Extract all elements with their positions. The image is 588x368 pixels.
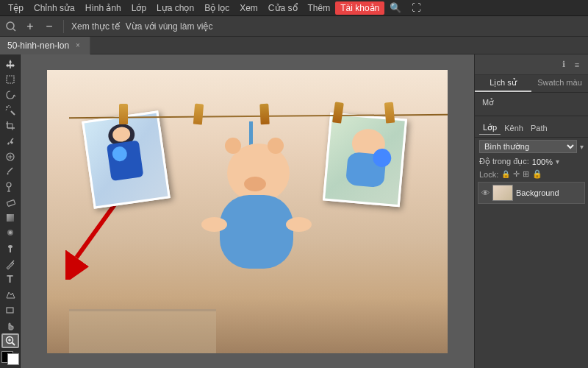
right-panel: ℹ ≡ Lịch sử Swatch màu Mở Lớp Kênh Path … [474, 54, 588, 368]
svg-line-14 [11, 138, 13, 141]
menu-account[interactable]: Tài khoản [335, 1, 384, 15]
panel-divider [475, 116, 588, 116]
panel-top-bar: ℹ ≡ [475, 54, 588, 75]
tool-pen[interactable] [1, 257, 19, 271]
view-actual-button[interactable]: Xem thực tế [71, 21, 120, 32]
tool-hand[interactable] [1, 319, 19, 333]
tool-path-select[interactable] [1, 288, 19, 302]
lock-icon[interactable]: 🔒 [501, 170, 510, 178]
tool-zoom[interactable] [1, 333, 19, 348]
tool-eyedropper[interactable] [1, 134, 19, 148]
artboard-lock-icon[interactable]: ⊞ [523, 169, 529, 179]
layers-header: Lớp Kênh Path [475, 119, 588, 138]
history-item-open[interactable]: Mở [481, 96, 582, 110]
zoom-plus-icon[interactable]: + [24, 20, 37, 33]
doc-tab-bar: 50-hinh-nen-lon × [0, 37, 588, 54]
svg-line-20 [8, 168, 12, 172]
svg-rect-29 [7, 308, 13, 313]
tool-crop[interactable] [1, 118, 19, 132]
tab-channels[interactable]: Kênh [501, 122, 527, 134]
search-icon[interactable]: 🔍 [384, 1, 406, 15]
tool-blur[interactable] [1, 226, 19, 240]
document-tab[interactable]: 50-hinh-nen-lon × [0, 37, 90, 54]
menu-bar: Tệp Chỉnh sửa Hình ảnh Lớp Lựa chọn Bộ l… [0, 0, 588, 16]
lock-label: Lock: [479, 170, 498, 179]
options-bar: + − Xem thực tế Vừa với vùng làm việc [0, 16, 588, 37]
doc-tab-close[interactable]: × [74, 40, 82, 50]
menu-edit[interactable]: Chỉnh sửa [29, 1, 80, 15]
menu-filter[interactable]: Bộ lọc [199, 1, 234, 15]
svg-point-21 [7, 183, 11, 187]
svg-line-9 [6, 109, 7, 110]
layer-item-background[interactable]: 👁 Background [478, 182, 585, 204]
history-content: Mở [475, 93, 588, 113]
menu-layer[interactable]: Lớp [126, 1, 151, 15]
left-toolbar: T [0, 54, 21, 368]
layer-visibility-icon[interactable]: 👁 [481, 188, 490, 197]
tool-brush[interactable] [1, 165, 19, 179]
svg-line-8 [10, 107, 11, 107]
layer-name-label: Background [516, 188, 581, 197]
panel-tabs: Lịch sử Swatch màu [475, 75, 588, 93]
layer-thumbnail [492, 185, 513, 201]
svg-line-7 [8, 105, 10, 106]
svg-line-31 [12, 343, 15, 346]
canvas-container [47, 70, 448, 353]
menu-window[interactable]: Cửa sổ [263, 1, 303, 15]
svg-line-5 [11, 111, 15, 115]
opacity-row: Độ trong đục: 100% ▾ [475, 155, 588, 168]
tab-paths[interactable]: Path [527, 122, 551, 134]
tab-swatch[interactable]: Swatch màu [531, 75, 588, 92]
tool-lasso[interactable] [1, 88, 19, 102]
menu-plugins[interactable]: Thêm [303, 1, 336, 15]
fit-workspace-button[interactable]: Vừa với vùng làm việc [126, 21, 213, 32]
tool-shape[interactable] [1, 303, 19, 317]
panel-info-icon[interactable]: ℹ [557, 58, 570, 71]
tool-magic-wand[interactable] [1, 104, 19, 118]
svg-rect-23 [7, 214, 14, 222]
canvas-area [21, 54, 474, 368]
svg-rect-22 [7, 200, 15, 207]
tool-text[interactable]: T [1, 272, 19, 286]
svg-rect-15 [10, 141, 13, 144]
color-swatch[interactable] [1, 351, 19, 365]
panel-menu-icon[interactable]: ≡ [570, 58, 584, 71]
fullscreen-icon[interactable]: ⛶ [406, 1, 426, 15]
main-area: T [0, 54, 588, 368]
menu-file[interactable]: Tệp [3, 1, 29, 15]
background-color[interactable] [7, 353, 19, 365]
tool-move[interactable] [1, 57, 19, 71]
tool-selection[interactable] [1, 73, 19, 87]
tool-dodge[interactable] [1, 241, 19, 255]
svg-marker-6 [6, 106, 8, 108]
svg-point-26 [8, 245, 12, 248]
zoom-minus-icon[interactable]: − [43, 20, 56, 33]
zoom-magnify-icon [4, 20, 18, 33]
menu-view[interactable]: Xem [234, 1, 263, 15]
blend-mode-select[interactable]: Bình thường [479, 140, 577, 153]
lock-row: Lock: 🔒 ✛ ⊞ 🔒 [475, 168, 588, 180]
opacity-arrow: ▾ [556, 158, 559, 166]
menu-image[interactable]: Hình ảnh [80, 1, 126, 15]
tab-history[interactable]: Lịch sử [475, 75, 531, 92]
pixel-lock-icon[interactable]: 🔒 [532, 169, 542, 179]
svg-point-0 [7, 22, 14, 29]
opacity-value[interactable]: 100% [532, 158, 553, 166]
tab-layers[interactable]: Lớp [479, 121, 501, 135]
doc-tab-name: 50-hinh-nen-lon [7, 40, 69, 51]
svg-rect-3 [7, 76, 14, 83]
tool-clone-stamp[interactable] [1, 180, 19, 194]
tool-gradient[interactable] [1, 211, 19, 225]
move-lock-icon[interactable]: ✛ [513, 169, 520, 179]
canvas-image [47, 70, 448, 353]
svg-marker-2 [6, 60, 15, 68]
menu-select[interactable]: Lựa chọn [151, 1, 199, 15]
opacity-label: Độ trong đục: [479, 157, 529, 166]
svg-line-1 [13, 29, 15, 31]
blend-mode-row: Bình thường ▾ [475, 138, 588, 155]
tool-heal[interactable] [1, 149, 19, 163]
tool-eraser[interactable] [1, 196, 19, 210]
blend-mode-arrow: ▾ [580, 143, 584, 151]
svg-marker-16 [7, 142, 10, 145]
svg-point-25 [9, 231, 12, 234]
